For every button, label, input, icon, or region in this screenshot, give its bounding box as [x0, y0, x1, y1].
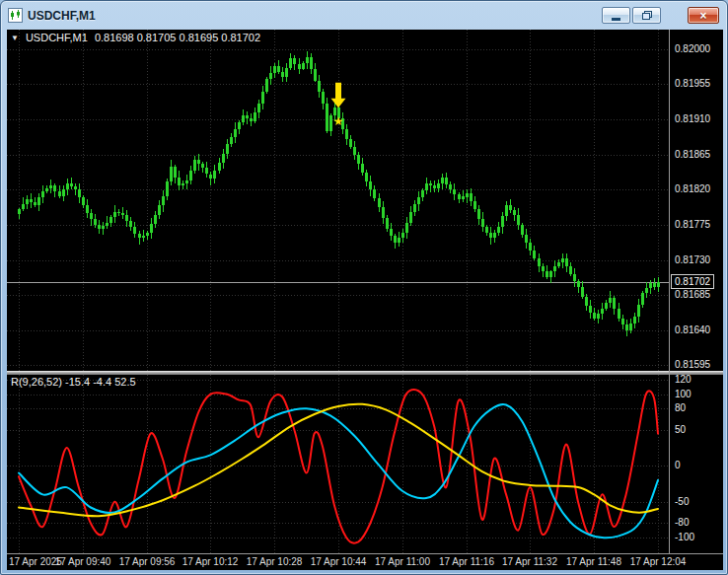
restore-button[interactable] [632, 7, 661, 24]
close-button[interactable]: × [688, 7, 719, 24]
time-axis-label: 17 Apr 11:32 [502, 556, 557, 567]
indicator-axis-label: 80 [675, 402, 686, 413]
minimize-icon [612, 18, 620, 21]
candle-body [142, 236, 145, 238]
candle-body [273, 66, 276, 72]
mt4-chart-window: USDCHF,M1 × ★ ▼ USDCHF,M1 0.81698 0.8170… [0, 0, 728, 575]
chart-header: ▼ USDCHF,M1 0.81698 0.81705 0.81695 0.81… [11, 32, 260, 43]
price-axis-label: 0.81955 [675, 78, 710, 89]
candle-body [401, 233, 404, 239]
candle-body [289, 58, 292, 68]
time-axis-label: 17 Apr 11:16 [439, 556, 494, 567]
candle-body [94, 219, 97, 225]
candle-body [589, 306, 592, 313]
bid-price-label: 0.81702 [671, 274, 714, 289]
candle-body [585, 297, 588, 306]
indicator-pane[interactable]: R(9,26,52) -15.4 -4.4 52.5 [7, 375, 669, 553]
candle-body [553, 266, 556, 272]
candle-body [174, 167, 177, 178]
candle-body [234, 129, 237, 137]
candle-body [34, 202, 36, 205]
candle-body [597, 314, 600, 319]
candle-body [218, 163, 221, 172]
chart-window-icon [8, 8, 23, 23]
candle-body [138, 234, 141, 239]
candle-body [113, 212, 116, 218]
candle-body [185, 180, 188, 183]
candle-body [318, 81, 321, 93]
candle-body [542, 266, 545, 272]
candle-body [657, 282, 660, 288]
candle-body [378, 198, 381, 207]
price-axis[interactable]: 0.820000.819550.819100.818650.818200.817… [670, 30, 723, 371]
candle-body [150, 224, 153, 233]
candle-body [98, 225, 101, 229]
candle-body [613, 298, 616, 309]
candle-body [525, 235, 528, 243]
candle-body [106, 223, 109, 226]
candle-body [70, 183, 73, 186]
indicator-axis-label: -80 [675, 517, 689, 528]
candle-body [349, 139, 352, 147]
minimize-button[interactable] [602, 7, 630, 24]
candle-body [322, 92, 325, 104]
candle-body [121, 213, 124, 215]
indicator-axis-label: 120 [675, 374, 692, 385]
price-axis-label: 0.81640 [675, 324, 710, 335]
indicator-axis-label: 100 [675, 389, 692, 399]
indicator-axis[interactable]: 12010080500-50-80-100 [670, 375, 723, 553]
candle-body [146, 233, 149, 236]
candle-body [593, 313, 596, 319]
window-controls: × [600, 7, 719, 24]
candle-body [310, 57, 313, 69]
candle-body [417, 197, 420, 204]
candle-body [285, 68, 288, 77]
restore-icon [642, 11, 652, 20]
candle-body [561, 258, 564, 262]
candle-body [261, 92, 264, 105]
candle-body [277, 66, 280, 72]
candle-body [329, 115, 332, 131]
candle-body [18, 209, 21, 214]
candle-body [197, 160, 200, 164]
candle-body [26, 199, 29, 204]
candle-body [509, 205, 512, 210]
candle-body [409, 212, 412, 223]
candle-body [41, 191, 44, 197]
time-axis-label: 17 Apr 11:48 [566, 556, 621, 567]
candle-body [314, 69, 317, 81]
candle-body [565, 258, 568, 266]
candle-body [86, 205, 89, 213]
candle-body [394, 236, 397, 243]
candle-body [533, 251, 536, 258]
time-axis-label: 17 Apr 09:56 [119, 556, 176, 567]
candle-body [66, 183, 69, 189]
candle-body [625, 324, 628, 330]
candle-body [326, 104, 328, 131]
candle-body [58, 191, 61, 196]
symbol-dropdown-icon[interactable]: ▼ [11, 34, 19, 42]
candle-body [618, 309, 620, 319]
candle-body [53, 185, 56, 191]
candle-body [193, 160, 196, 170]
window-titlebar[interactable]: USDCHF,M1 × [2, 2, 726, 29]
candle-body [386, 218, 389, 229]
candle-body [477, 209, 480, 219]
time-axis[interactable]: 17 Apr 202517 Apr 09:4017 Apr 09:5617 Ap… [7, 554, 723, 570]
candle-body [30, 199, 33, 202]
star-annotation[interactable]: ★ [333, 114, 344, 128]
candle-body [250, 118, 253, 120]
candle-body [373, 189, 376, 198]
candle-body [265, 79, 268, 92]
down-arrow-annotation[interactable] [331, 83, 346, 108]
candle-body [398, 238, 400, 243]
time-axis-label: 17 Apr 10:12 [182, 556, 239, 567]
candle-body [433, 185, 436, 187]
price-axis-label: 0.81820 [675, 183, 710, 194]
price-chart-pane[interactable]: ★ ▼ USDCHF,M1 0.81698 0.81705 0.81695 0.… [7, 30, 669, 371]
candle-body [298, 64, 301, 69]
candle-body [513, 210, 516, 215]
window-title: USDCHF,M1 [28, 9, 96, 23]
candle-body [226, 144, 229, 154]
indicator-label: R(9,26,52) -15.4 -4.4 52.5 [11, 376, 136, 388]
